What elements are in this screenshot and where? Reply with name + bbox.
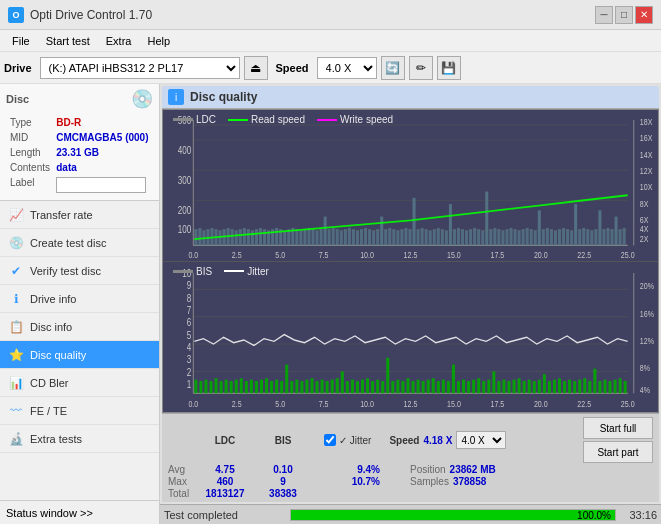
- svg-text:16%: 16%: [640, 307, 655, 318]
- edit-button[interactable]: ✏: [409, 56, 433, 80]
- svg-rect-46: [283, 230, 286, 245]
- sidebar: Disc 💿 Type BD-R MID CMCMAGBA5 (000) Len…: [0, 84, 160, 524]
- svg-rect-172: [265, 378, 268, 393]
- svg-rect-211: [462, 379, 465, 393]
- jitter-label: ✓ Jitter: [339, 435, 371, 446]
- svg-rect-194: [376, 379, 379, 393]
- svg-rect-71: [384, 229, 387, 245]
- sidebar-item-cd-bler[interactable]: 📊 CD Bler: [0, 369, 159, 397]
- svg-rect-127: [611, 229, 614, 245]
- sidebar-item-verify-test-disc[interactable]: ✔ Verify test disc: [0, 257, 159, 285]
- status-window-button[interactable]: Status window >>: [0, 500, 159, 524]
- svg-text:2.5: 2.5: [232, 250, 242, 260]
- svg-text:8X: 8X: [640, 199, 649, 209]
- maximize-button[interactable]: □: [615, 6, 633, 24]
- sidebar-item-disc-quality[interactable]: ⭐ Disc quality: [0, 341, 159, 369]
- svg-rect-239: [603, 379, 606, 393]
- svg-rect-53: [312, 229, 315, 245]
- svg-rect-225: [533, 381, 536, 393]
- svg-text:7.5: 7.5: [319, 250, 329, 260]
- svg-text:0.0: 0.0: [188, 397, 198, 408]
- disc-quality-panel: i Disc quality LDC Read speed: [160, 84, 661, 504]
- total-bis-val: 38383: [254, 488, 312, 499]
- svg-rect-185: [331, 379, 334, 393]
- svg-rect-52: [307, 228, 310, 246]
- svg-text:5.0: 5.0: [275, 397, 285, 408]
- speed-select[interactable]: 4.0 X 2.0 X 1.0 X: [317, 57, 377, 79]
- svg-rect-84: [437, 228, 440, 246]
- menu-help[interactable]: Help: [139, 33, 178, 49]
- chart1-container: LDC Read speed Write speed: [163, 110, 658, 262]
- speed-header-label: Speed: [389, 435, 419, 446]
- svg-rect-125: [602, 229, 605, 245]
- svg-rect-62: [348, 228, 351, 246]
- svg-rect-63: [352, 229, 355, 245]
- chart1-legend: LDC Read speed Write speed: [173, 114, 393, 125]
- svg-text:12X: 12X: [640, 166, 653, 176]
- time-display: 33:16: [622, 509, 657, 521]
- svg-rect-61: [344, 229, 347, 245]
- svg-rect-98: [493, 228, 496, 246]
- svg-rect-227: [543, 374, 546, 393]
- svg-rect-101: [505, 229, 508, 245]
- svg-rect-107: [530, 229, 533, 245]
- svg-rect-102: [510, 228, 513, 246]
- total-ldc-val: 1813127: [196, 488, 254, 499]
- main-area: Disc 💿 Type BD-R MID CMCMAGBA5 (000) Len…: [0, 84, 661, 524]
- svg-rect-187: [341, 371, 344, 393]
- app-icon: O: [8, 7, 24, 23]
- mid-label: MID: [8, 131, 52, 144]
- max-jitter-val: 10.7%: [340, 476, 380, 487]
- svg-rect-93: [473, 228, 476, 246]
- svg-rect-222: [518, 378, 521, 393]
- sidebar-item-create-test-disc[interactable]: 💿 Create test disc: [0, 229, 159, 257]
- sidebar-item-fe-te[interactable]: 〰 FE / TE: [0, 397, 159, 425]
- svg-rect-37: [247, 229, 250, 245]
- svg-rect-162: [215, 378, 218, 393]
- svg-rect-70: [380, 217, 383, 246]
- menu-extra[interactable]: Extra: [98, 33, 140, 49]
- svg-rect-92: [469, 229, 472, 245]
- svg-rect-180: [305, 379, 308, 393]
- sidebar-item-extra-tests[interactable]: 🔬 Extra tests: [0, 425, 159, 453]
- svg-text:25.0: 25.0: [621, 397, 635, 408]
- svg-text:4: 4: [187, 340, 192, 353]
- svg-rect-221: [513, 379, 516, 393]
- svg-rect-186: [336, 378, 339, 393]
- svg-rect-110: [542, 229, 545, 245]
- minimize-button[interactable]: ─: [595, 6, 613, 24]
- eject-button[interactable]: ⏏: [244, 56, 268, 80]
- svg-rect-167: [240, 378, 243, 393]
- create-test-disc-icon: 💿: [8, 235, 24, 251]
- disc-label-input[interactable]: [56, 177, 146, 193]
- svg-rect-165: [230, 381, 233, 393]
- sidebar-item-drive-info[interactable]: ℹ Drive info: [0, 285, 159, 313]
- refresh-button[interactable]: 🔄: [381, 56, 405, 80]
- svg-rect-198: [396, 379, 399, 393]
- svg-rect-108: [534, 230, 537, 245]
- svg-rect-24: [194, 229, 197, 245]
- svg-rect-57: [328, 229, 331, 245]
- sidebar-item-label: Create test disc: [30, 237, 106, 249]
- sidebar-item-label: FE / TE: [30, 405, 67, 417]
- svg-text:3: 3: [187, 353, 192, 366]
- samples-value: 378858: [453, 476, 486, 487]
- start-part-button[interactable]: Start part: [583, 441, 653, 463]
- start-full-button[interactable]: Start full: [583, 417, 653, 439]
- svg-text:10.0: 10.0: [360, 397, 374, 408]
- chart2-svg: 10 9 8 7 6 5 4 3 2 1: [163, 262, 658, 413]
- svg-rect-112: [550, 229, 553, 245]
- drive-select[interactable]: (K:) ATAPI iHBS312 2 PL17: [40, 57, 240, 79]
- jitter-checkbox[interactable]: [324, 434, 336, 446]
- menu-file[interactable]: File: [4, 33, 38, 49]
- close-button[interactable]: ✕: [635, 6, 653, 24]
- save-button[interactable]: 💾: [437, 56, 461, 80]
- sidebar-item-disc-info[interactable]: 📋 Disc info: [0, 313, 159, 341]
- menu-start-test[interactable]: Start test: [38, 33, 98, 49]
- svg-text:12.5: 12.5: [404, 250, 418, 260]
- sidebar-item-transfer-rate[interactable]: 📈 Transfer rate: [0, 201, 159, 229]
- sidebar-item-label: Disc info: [30, 321, 72, 333]
- svg-rect-118: [574, 204, 577, 245]
- speed-select-stats[interactable]: 4.0 X: [456, 431, 506, 449]
- svg-rect-106: [526, 228, 529, 246]
